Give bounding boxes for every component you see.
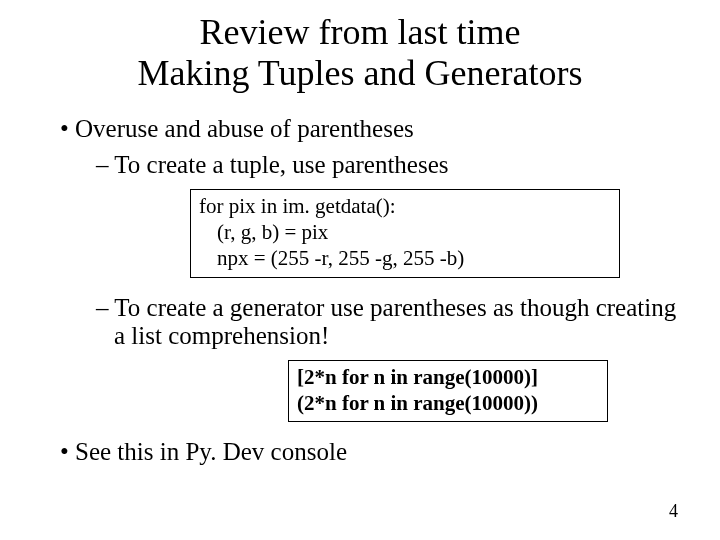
code-box-generator: [2*n for n in range(10000)] (2*n for n i… [288, 360, 608, 423]
subbullet-generator: To create a generator use parentheses as… [96, 294, 680, 350]
bullet-text: See this in Py. Dev console [75, 438, 347, 465]
page-number: 4 [669, 501, 678, 522]
subbullet-text: To create a generator use parentheses as… [114, 294, 676, 349]
code-line: [2*n for n in range(10000)] [297, 364, 599, 390]
bullet-pydev: See this in Py. Dev console [60, 438, 680, 466]
bullet-overuse: Overuse and abuse of parentheses [60, 115, 680, 143]
subbullet-text: To create a tuple, use parentheses [114, 151, 448, 178]
title-line-1: Review from last time [200, 12, 521, 52]
code-line: for pix in im. getdata(): [199, 193, 611, 219]
code-line: (r, g, b) = pix [199, 219, 611, 245]
code-line: npx = (255 -r, 255 -g, 255 -b) [199, 245, 611, 271]
slide-title: Review from last time Making Tuples and … [40, 12, 680, 95]
subbullet-tuple: To create a tuple, use parentheses [96, 151, 680, 179]
title-line-2: Making Tuples and Generators [138, 53, 583, 93]
code-box-tuple: for pix in im. getdata(): (r, g, b) = pi… [190, 189, 620, 278]
bullet-text: Overuse and abuse of parentheses [75, 115, 414, 142]
code-line: (2*n for n in range(10000)) [297, 390, 599, 416]
